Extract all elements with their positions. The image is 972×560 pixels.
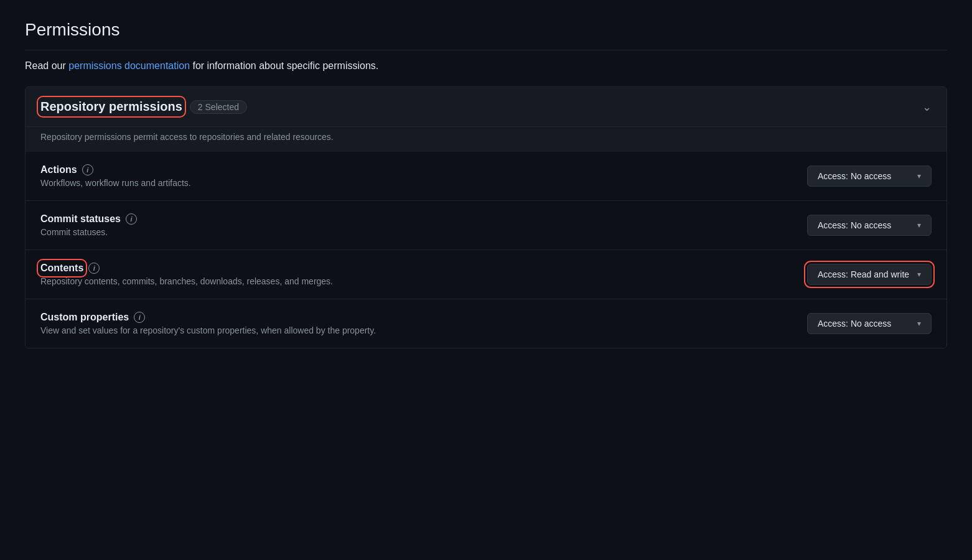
commit-statuses-dropdown-arrow: ▾ [917,221,921,230]
intro-prefix: Read our [25,60,68,71]
actions-info-icon[interactable]: i [82,164,93,175]
custom-properties-access-dropdown[interactable]: Access: No access ▾ [807,313,932,334]
chevron-down-icon[interactable]: ⌄ [922,100,932,114]
actions-access-dropdown[interactable]: Access: No access ▾ [807,166,932,187]
commit-statuses-access-dropdown[interactable]: Access: No access ▾ [807,215,932,236]
commit-statuses-label: Commit statuses [40,213,121,225]
permission-name-contents: Contents i [40,263,807,274]
custom-properties-info-icon[interactable]: i [134,312,145,323]
actions-label: Actions [40,164,77,175]
contents-access-dropdown[interactable]: Access: Read and write ▾ [807,264,932,285]
repository-permissions-card: Repository permissions 2 Selected ⌄ Repo… [25,86,947,348]
permission-name-commit-statuses: Commit statuses i [40,213,807,225]
permission-name-actions: Actions i [40,164,807,175]
repository-permissions-description: Repository permissions permit access to … [26,127,946,152]
contents-info-icon[interactable]: i [88,263,100,274]
actions-access-label: Access: No access [818,171,891,181]
permissions-doc-link[interactable]: permissions documentation [68,60,190,71]
permission-left-custom-properties: Custom properties i View and set values … [40,312,807,335]
page-container: Permissions Read our permissions documen… [0,0,972,368]
permission-row-actions: Actions i Workflows, workflow runs and a… [26,152,946,201]
actions-description: Workflows, workflow runs and artifacts. [40,178,807,188]
custom-properties-description: View and set values for a repository's c… [40,325,807,335]
commit-statuses-info-icon[interactable]: i [126,213,137,225]
custom-properties-label: Custom properties [40,312,129,323]
contents-access-label: Access: Read and write [818,269,909,279]
permission-row-custom-properties: Custom properties i View and set values … [26,299,946,348]
contents-dropdown-arrow: ▾ [917,270,921,279]
custom-properties-dropdown-arrow: ▾ [917,319,921,328]
permission-left-actions: Actions i Workflows, workflow runs and a… [40,164,807,188]
section-header-wrapper: Repository permissions 2 Selected ⌄ Repo… [26,87,946,152]
section-header-left: Repository permissions 2 Selected [40,100,247,114]
page-title: Permissions [25,20,947,40]
contents-label: Contents [40,263,83,274]
repository-permissions-title: Repository permissions [40,100,182,114]
permission-row-contents: Contents i Repository contents, commits,… [26,250,946,299]
permission-left-contents: Contents i Repository contents, commits,… [40,263,807,286]
custom-properties-access-label: Access: No access [818,319,891,329]
permission-left-commit-statuses: Commit statuses i Commit statuses. [40,213,807,237]
permission-row-commit-statuses: Commit statuses i Commit statuses. Acces… [26,201,946,250]
intro-text: Read our permissions documentation for i… [25,60,947,72]
permission-name-custom-properties: Custom properties i [40,312,807,323]
commit-statuses-access-label: Access: No access [818,220,891,230]
intro-suffix: for information about specific permissio… [190,60,378,71]
commit-statuses-description: Commit statuses. [40,227,807,237]
contents-description: Repository contents, commits, branches, … [40,276,807,286]
actions-dropdown-arrow: ▾ [917,172,921,180]
selected-badge: 2 Selected [190,100,247,114]
section-header: Repository permissions 2 Selected ⌄ [26,87,946,127]
top-divider [25,50,947,50]
